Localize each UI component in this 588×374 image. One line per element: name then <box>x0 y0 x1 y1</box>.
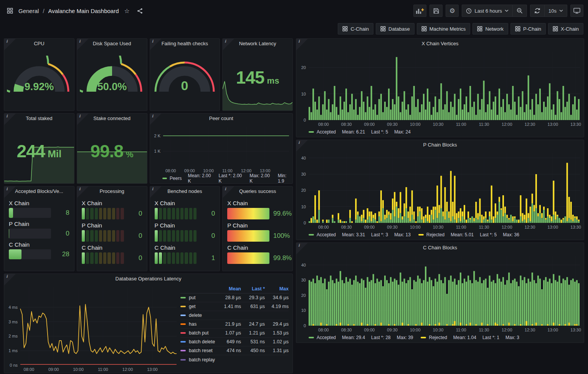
x-axis-tick: 13:30 <box>570 122 581 127</box>
legend-swatch <box>180 315 186 316</box>
db-table-header-last[interactable]: Last * <box>241 286 265 292</box>
zoom-out-button[interactable] <box>512 5 527 16</box>
db-series-name[interactable]: delete <box>180 313 217 318</box>
y-axis-tick: 20 <box>301 65 306 70</box>
panel-title[interactable]: Network Latency <box>223 39 292 49</box>
db-series-value: 28.8 µs <box>217 295 241 300</box>
nav-link-network[interactable]: Network <box>472 23 508 35</box>
db-series-label: has <box>189 321 197 327</box>
panel-title[interactable]: C Chain Blocks <box>296 243 584 253</box>
legend-item-peers[interactable]: PeersMean: 2.00 KLast *: 2.00 KMax: 2.00… <box>162 173 293 184</box>
db-series-name[interactable]: batch delete <box>180 339 217 344</box>
db-table-header-mean[interactable]: Mean <box>217 286 241 292</box>
panel-title[interactable]: P Chain Blocks <box>296 140 584 150</box>
led-segment <box>112 252 115 264</box>
nav-link-machine-metrics[interactable]: Machine Metrics <box>417 23 471 35</box>
led-segment <box>167 208 170 219</box>
c-chain-blocks-chart: 08:0008:3009:0009:3010:0010:3011:0011:30… <box>296 253 584 333</box>
led-segment <box>82 230 85 242</box>
nav-link-label: C-Chain <box>350 26 369 32</box>
legend-item-accepted[interactable]: AcceptedMean: 3.31Last *: 3Max: 13 <box>309 232 411 237</box>
panel-title[interactable]: Processing <box>77 186 147 196</box>
save-dashboard-button[interactable] <box>429 5 443 17</box>
kiosk-mode-button[interactable] <box>570 5 583 17</box>
legend-item-rejected[interactable]: RejectedMean: 1.04Last *: 1Max: 3 <box>421 335 519 340</box>
db-series-name[interactable]: batch put <box>180 330 217 336</box>
x-axis-tick: 10:00 <box>410 328 421 332</box>
led-segment <box>107 230 111 242</box>
panel-title[interactable]: Stake connected <box>77 114 147 124</box>
time-range-picker[interactable]: Last 6 hours <box>462 5 512 16</box>
stat-row-gauge: 28 <box>9 249 69 259</box>
panel-p-chain-blocks: i P Chain Blocks 08:0008:3009:0009:3010:… <box>296 140 584 240</box>
db-series-label: batch delete <box>189 339 215 344</box>
nav-link-database[interactable]: Database <box>376 23 415 35</box>
legend-stat: Mean: 1.04 <box>453 335 476 340</box>
y-axis-tick: 20 <box>301 188 306 193</box>
led-gauge <box>155 208 197 219</box>
nav-link-c-chain[interactable]: C-Chain <box>338 23 373 35</box>
legend-item-accepted[interactable]: AcceptedMean: 6.21Last *: 5Max: 24 <box>309 129 411 135</box>
share-icon[interactable] <box>135 6 145 16</box>
db-series-value: 1.31 µs <box>265 348 289 353</box>
y-axis-tick: 0 <box>304 221 306 225</box>
legend-swatch <box>421 337 426 338</box>
db-series-name[interactable]: has <box>180 321 217 327</box>
panel-db-operations-latency: i Database Operations Latency 08:0009:00… <box>4 273 293 373</box>
stat-unit: % <box>126 150 134 160</box>
legend-item-accepted[interactable]: AcceptedMean: 29.4Last *: 28Max: 39 <box>309 335 413 340</box>
stake-connected-value: 99.8 % <box>77 141 147 161</box>
db-series-label: put <box>189 295 195 300</box>
chevron-down-icon <box>505 10 509 12</box>
panel-title[interactable]: Database Operations Latency <box>4 274 292 284</box>
star-icon[interactable]: ☆ <box>123 6 131 16</box>
gauge-value: 50.0% <box>97 81 127 92</box>
panel-title[interactable]: Peer count <box>150 114 293 124</box>
stat-row-value: 0 <box>128 232 142 240</box>
gradient-gauge <box>227 252 269 264</box>
led-gauge <box>82 252 124 264</box>
x-axis-tick: 10:00 <box>73 367 84 372</box>
refresh-interval-picker[interactable]: 10s <box>544 5 567 16</box>
stat-row-label: P Chain <box>82 222 142 229</box>
bar-gauge-fill <box>9 229 9 239</box>
x-axis-tick: 11:30 <box>479 225 489 229</box>
refresh-button[interactable] <box>530 5 544 16</box>
breadcrumb: General / Avalanche Main Dashboard ☆ <box>5 6 145 16</box>
legend-label: Accepted <box>317 129 336 135</box>
x-axis-tick: 09:00 <box>184 168 195 173</box>
panel-title[interactable]: Benched nodes <box>150 186 220 196</box>
panel-title[interactable]: X Chain Vertices <box>296 39 584 49</box>
nav-link-x-chain[interactable]: X-Chain <box>548 23 583 35</box>
panel-title[interactable]: Disk Space Used <box>77 39 147 49</box>
stat-row-x-chain: X Chain99.6% <box>227 200 288 219</box>
led-segment <box>112 230 115 242</box>
legend-item-rejected[interactable]: RejectedMean: 5.01Last *: 5Max: 36 <box>418 232 519 237</box>
db-series-name[interactable]: put <box>180 295 217 300</box>
led-segment <box>193 230 197 242</box>
dashboard-settings-button[interactable]: ⚙ <box>446 5 459 17</box>
db-series-name[interactable]: batch replay <box>180 357 217 362</box>
panel-title[interactable]: CPU <box>4 39 74 49</box>
legend-stat: Last *: 3 <box>371 232 388 237</box>
db-table-row-get: get1.41 ms631 µs4.19 ms <box>180 302 289 311</box>
breadcrumb-section[interactable]: General <box>18 8 39 14</box>
apps-grid-icon[interactable] <box>5 6 15 15</box>
db-series-value: 1.21 µs <box>241 330 265 336</box>
led-segment <box>167 230 170 242</box>
accepted-blocks-list: X Chain8P Chain0C Chain28 <box>4 196 74 259</box>
db-series-name[interactable]: get <box>180 304 217 309</box>
add-panel-button[interactable] <box>413 5 426 17</box>
panel-title[interactable]: Failing health checks <box>150 39 220 49</box>
db-series-name[interactable]: batch reset <box>180 348 217 353</box>
stat-row-label: P Chain <box>9 221 69 227</box>
nav-link-p-chain[interactable]: P-Chain <box>510 23 546 35</box>
db-table-header-max[interactable]: Max <box>265 286 289 292</box>
panel-title[interactable]: Accepted Blocks/Ve... <box>4 186 74 196</box>
page-title[interactable]: Avalanche Main Dashboard <box>48 8 119 14</box>
panel-title[interactable]: Queries success <box>223 186 292 196</box>
x-axis-tick: 10:00 <box>410 122 421 127</box>
y-axis-tick: 1 ms <box>8 348 18 353</box>
y-axis-tick: 0 <box>304 118 306 122</box>
y-axis-tick: 4 ms <box>8 305 18 310</box>
